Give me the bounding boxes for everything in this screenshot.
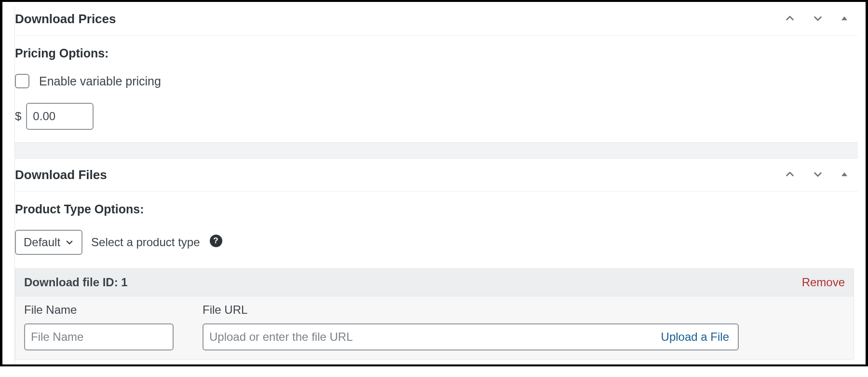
move-down-icon[interactable] xyxy=(813,13,823,26)
product-type-hint: Select a product type xyxy=(91,236,200,249)
panel-controls-prices xyxy=(785,13,858,26)
svg-marker-0 xyxy=(841,16,847,20)
file-url-label: File URL xyxy=(203,303,739,317)
product-type-selected: Default xyxy=(24,236,60,249)
file-name-column: File Name xyxy=(24,303,174,350)
price-input[interactable] xyxy=(26,103,94,130)
download-files-panel: Download Files Product Type Options: Def… xyxy=(14,158,858,364)
panel-separator xyxy=(14,143,858,158)
download-file-box: Download file ID: 1 Remove File Name Fil… xyxy=(15,268,854,360)
panel-header-prices: Download Prices xyxy=(15,7,858,36)
download-file-header: Download file ID: 1 Remove xyxy=(15,269,854,296)
panel-title-prices: Download Prices xyxy=(15,12,116,27)
move-up-icon[interactable] xyxy=(785,13,795,26)
product-type-select[interactable]: Default xyxy=(15,230,82,255)
price-row: $ xyxy=(15,103,858,130)
variable-pricing-label: Enable variable pricing xyxy=(39,74,161,88)
file-url-column: File URL Upload a File xyxy=(203,303,739,350)
file-url-input[interactable] xyxy=(203,324,661,349)
panel-body-files: Product Type Options: Default Select a p… xyxy=(15,192,858,364)
collapse-icon[interactable] xyxy=(841,14,848,24)
collapse-icon[interactable] xyxy=(841,170,848,180)
download-prices-panel: Download Prices Pricing Options: Enable … xyxy=(14,7,858,143)
remove-file-link[interactable]: Remove xyxy=(802,276,845,289)
download-file-id-label: Download file ID: 1 xyxy=(24,276,128,289)
move-up-icon[interactable] xyxy=(785,169,795,182)
chevron-down-icon xyxy=(65,238,74,247)
panel-controls-files xyxy=(785,169,858,182)
pricing-options-label: Pricing Options: xyxy=(15,46,858,60)
variable-pricing-checkbox[interactable] xyxy=(15,74,29,88)
svg-marker-1 xyxy=(841,172,847,176)
move-down-icon[interactable] xyxy=(813,169,823,182)
product-type-options-label: Product Type Options: xyxy=(15,202,858,216)
help-icon[interactable]: ? xyxy=(210,235,222,247)
variable-pricing-row: Enable variable pricing xyxy=(15,74,858,88)
panel-header-files: Download Files xyxy=(15,158,858,192)
currency-symbol: $ xyxy=(15,110,21,123)
product-type-row: Default Select a product type ? xyxy=(15,230,858,255)
file-name-input[interactable] xyxy=(24,323,174,350)
file-url-wrap: Upload a File xyxy=(203,323,739,350)
panel-title-files: Download Files xyxy=(15,168,107,182)
upload-file-link[interactable]: Upload a File xyxy=(661,330,729,344)
download-file-body: File Name File URL Upload a File xyxy=(15,296,854,359)
panel-body-prices: Pricing Options: Enable variable pricing… xyxy=(15,36,858,142)
file-name-label: File Name xyxy=(24,303,174,317)
